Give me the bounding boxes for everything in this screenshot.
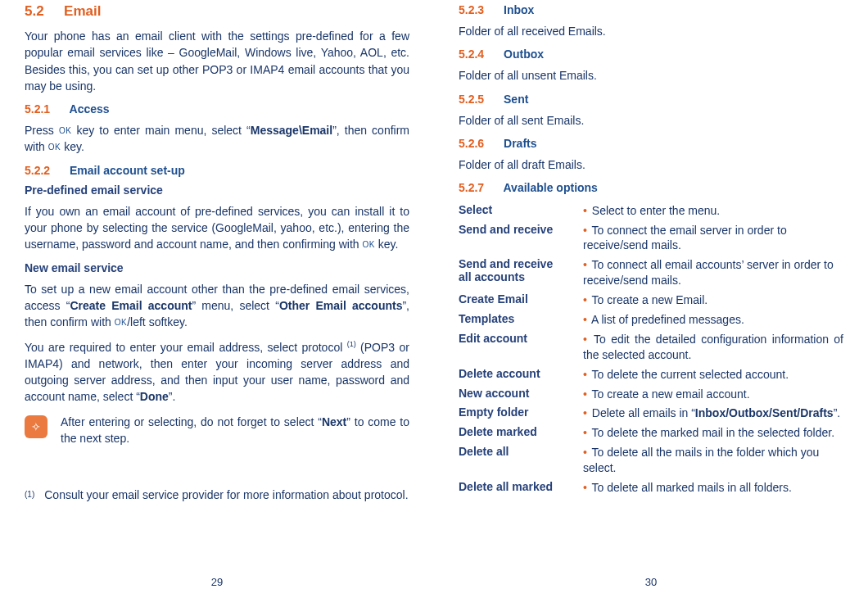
text-part: all accounts [459, 270, 525, 283]
option-desc: • To delete the current selected account… [583, 365, 843, 384]
text-part: Press [25, 124, 59, 137]
sub-num: 5.2.5 [459, 93, 484, 106]
bullet-icon: • [583, 446, 587, 459]
option-desc: • To connect the email server in order t… [583, 220, 843, 256]
sub-title: Available options [504, 181, 598, 194]
ok-icon: OK [59, 125, 71, 138]
create-email-account-label: Create Email account [70, 299, 192, 312]
note-box: ✧ After entering or selecting, do not fo… [25, 414, 409, 447]
footnote-ref: (1) [347, 340, 356, 348]
tip-icon: ✧ [25, 415, 47, 438]
option-label: Select [459, 201, 583, 220]
text-part: key. [64, 140, 84, 153]
option-label: New account [459, 384, 583, 404]
option-label: Delete account [459, 365, 583, 384]
new-service-p1: To set up a new email account other than… [25, 281, 409, 331]
option-desc: • To create a new Email. [583, 291, 843, 310]
bullet-icon: • [583, 224, 587, 237]
footnote-marker: (1) [25, 487, 34, 504]
other-email-accounts-label: Other Email accounts [279, 299, 403, 312]
subheading-5-2-7: 5.2.7 Available options [459, 181, 843, 194]
bullet-icon: • [583, 368, 587, 381]
option-desc: • A list of predefined messages. [583, 310, 843, 330]
text-part: To create a new email account. [592, 387, 750, 401]
option-label: Delete marked [459, 424, 583, 443]
bullet-icon: • [583, 481, 587, 494]
table-row: Delete all marked • To delete all marked… [459, 478, 843, 498]
sub-num: 5.2.4 [459, 48, 484, 61]
sub-num: 5.2.3 [459, 3, 484, 16]
text-part: Delete all emails in “ [592, 406, 695, 419]
bullet-icon: • [583, 333, 587, 346]
predefined-label: Pre-defined email service [25, 183, 409, 197]
sub-num: 5.2.1 [25, 102, 50, 116]
option-desc: • To edit the detailed configuration inf… [583, 329, 843, 365]
text-part: To delete the current selected account. [592, 368, 789, 381]
next-label: Next [322, 415, 346, 428]
option-label: Send and receive [459, 220, 583, 256]
table-row: Send and receive • To connect the email … [459, 220, 843, 256]
bullet-icon: • [583, 258, 587, 271]
predefined-paragraph: If you own an email account of pre-defin… [25, 203, 409, 253]
bullet-icon: • [583, 293, 587, 306]
text-part: key to enter main menu, select “ [76, 124, 250, 137]
new-service-label: New email service [25, 261, 409, 274]
footnote-text: Consult your email service provider for … [44, 487, 408, 504]
subheading-5-2-3: 5.2.3 Inbox [459, 3, 843, 16]
text-part: ”. [169, 390, 176, 403]
section-num: 5.2 [25, 3, 44, 19]
table-row: Edit account • To edit the detailed conf… [459, 329, 843, 365]
option-label: Edit account [459, 329, 583, 365]
page-number-left: 29 [0, 576, 434, 588]
text-part: To create a new Email. [592, 293, 708, 306]
subheading-5-2-1: 5.2.1 Access [25, 102, 409, 116]
bullet-icon: • [583, 204, 587, 217]
table-row: Empty folder • Delete all emails in “Inb… [459, 404, 843, 424]
sub-num: 5.2.7 [459, 181, 484, 194]
section-heading-5-2: 5.2 Email [25, 3, 409, 20]
table-row: Delete all • To delete all the mails in … [459, 443, 843, 478]
drafts-desc: Folder of all draft Emails. [459, 156, 843, 173]
option-label: Delete all marked [459, 478, 583, 498]
intro-paragraph: Your phone has an email client with the … [25, 28, 409, 94]
option-label: Templates [459, 310, 583, 330]
text-part: To edit the detailed configuration infor… [583, 333, 843, 361]
bullet-icon: • [583, 426, 587, 439]
option-label: Empty folder [459, 404, 583, 424]
done-label: Done [140, 390, 169, 403]
table-row: Select • Select to enter the menu. [459, 201, 843, 220]
lightbulb-icon: ✧ [31, 420, 41, 433]
subheading-5-2-4: 5.2.4 Outbox [459, 48, 843, 61]
bullet-icon: • [583, 406, 587, 419]
page-right: 5.2.3 Inbox Folder of all received Email… [434, 0, 868, 598]
text-part: To delete the marked mail in the selecte… [592, 426, 835, 439]
message-email-label: Message\Email [251, 124, 332, 137]
sub-num: 5.2.6 [459, 137, 484, 150]
ok-icon: OK [362, 239, 374, 251]
footnote: (1) Consult your email service provider … [25, 487, 409, 504]
text-part: key. [378, 238, 399, 251]
bullet-icon: • [583, 387, 587, 401]
sub-title: Email account set-up [70, 164, 185, 177]
options-table: Select • Select to enter the menu. Send … [459, 201, 843, 497]
table-row: Delete marked • To delete the marked mai… [459, 424, 843, 443]
text-part: Select to enter the menu. [592, 204, 720, 217]
outbox-desc: Folder of all unsent Emails. [459, 67, 843, 84]
text-part: Send and receive [459, 257, 553, 270]
table-row: Templates • A list of predefined message… [459, 310, 843, 330]
text-part: To connect all email accounts’ server in… [583, 258, 834, 287]
text-part: A list of predefined messages. [591, 313, 744, 326]
table-row: Delete account • To delete the current s… [459, 365, 843, 384]
option-desc: • Select to enter the menu. [583, 201, 843, 220]
option-desc: • To delete the marked mail in the selec… [583, 424, 843, 443]
table-row: Create Email • To create a new Email. [459, 291, 843, 310]
sub-title: Outbox [504, 48, 544, 61]
folders-bold: Inbox/Outbox/Sent/Drafts [695, 406, 834, 419]
text-part: To delete all the mails in the folder wh… [583, 446, 819, 474]
option-label: Create Email [459, 291, 583, 310]
subheading-5-2-6: 5.2.6 Drafts [459, 137, 843, 150]
option-desc: • To connect all email accounts’ server … [583, 256, 843, 291]
option-desc: • To delete all marked mails in all fold… [583, 478, 843, 498]
sub-title: Sent [504, 93, 528, 106]
option-desc: • To delete all the mails in the folder … [583, 443, 843, 478]
